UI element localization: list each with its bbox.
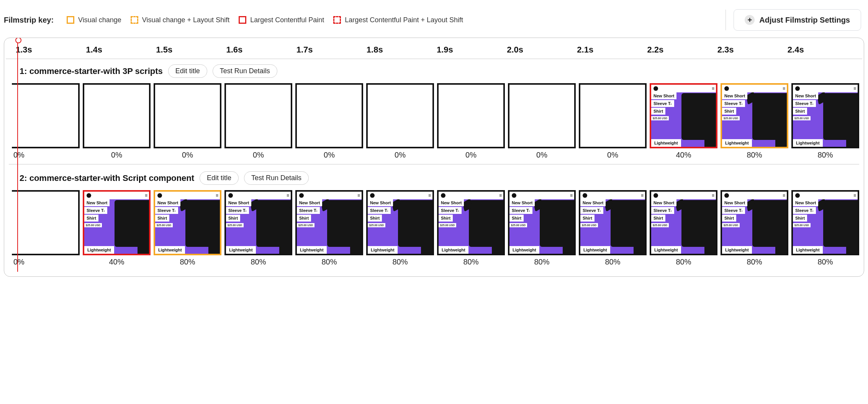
run-header: 2: commerce-starter-with Script componen… — [4, 166, 864, 190]
menu-icon: ≡ — [499, 193, 501, 198]
filmstrip-thumbnail[interactable]: ≡New ShortSleeve T-Shirt$25.00 USDLightw… — [650, 190, 717, 255]
thumb-tag: Lightweight — [793, 139, 823, 147]
thumb-tag: Lightweight — [84, 246, 114, 254]
thumb-body: New ShortSleeve T-Shirt$25.00 USDLightwe… — [580, 199, 645, 254]
tshirt-image — [823, 200, 858, 247]
tshirt-image — [823, 93, 858, 140]
filmstrip-thumbnail[interactable] — [12, 83, 80, 148]
thumb-title: New ShortSleeve T-Shirt — [651, 199, 676, 222]
menu-icon: ≡ — [853, 86, 855, 91]
thumb-tag: Lightweight — [793, 246, 823, 254]
thumb-tag: Lightweight — [651, 246, 681, 254]
thumb-title: New ShortSleeve T-Shirt — [793, 199, 818, 222]
thumb-body: New ShortSleeve T-Shirt$25.00 USDLightwe… — [226, 199, 291, 254]
logo-icon — [228, 193, 233, 198]
tshirt-image — [681, 93, 716, 140]
run-title: 1: commerce-starter-with 3P scripts — [20, 66, 163, 76]
filmstrip-thumbnail[interactable] — [579, 83, 647, 148]
filmstrip-thumbnail[interactable] — [83, 83, 151, 148]
key-lcp-shift-text: Largest Contentful Paint + Layout Shift — [345, 16, 463, 24]
thumb-tag: Lightweight — [651, 139, 681, 147]
filmstrip-thumbnail[interactable] — [224, 83, 292, 148]
corner-block — [563, 246, 574, 254]
thumb-body: New ShortSleeve T-Shirt$25.00 USDLightwe… — [439, 199, 503, 254]
thumb-tag: Lightweight — [509, 246, 539, 254]
edit-title-button[interactable]: Edit title — [200, 171, 239, 185]
time-tick: 2.2s — [647, 45, 717, 55]
filmstrip-thumbnail[interactable]: ≡New ShortSleeve T-Shirt$25.00 USDLightw… — [650, 83, 717, 148]
filmstrip-thumbnail[interactable]: ≡New ShortSleeve T-Shirt$25.00 USDLightw… — [508, 190, 576, 255]
thumb-content: ≡New ShortSleeve T-Shirt$25.00 USDLightw… — [155, 192, 220, 254]
topbar-divider — [726, 10, 726, 30]
filmstrip-thumbnail[interactable] — [508, 83, 576, 148]
filmstrip-thumbnail[interactable] — [295, 83, 363, 148]
menu-icon: ≡ — [357, 193, 359, 198]
tshirt-image — [327, 200, 362, 247]
frame-column: 0% — [579, 83, 647, 159]
frame-percent: 80% — [508, 255, 576, 266]
test-run-details-button[interactable]: Test Run Details — [244, 171, 309, 185]
run-title: 2: commerce-starter-with Script componen… — [20, 173, 194, 183]
frame-column: ≡New ShortSleeve T-Shirt$25.00 USDLightw… — [508, 190, 576, 266]
corner-block — [846, 139, 858, 147]
thumb-body: New ShortSleeve T-Shirt$25.00 USDLightwe… — [368, 199, 432, 254]
frame-column: ≡New ShortSleeve T-Shirt$25.00 USDLightw… — [83, 190, 151, 266]
frame-percent: 80% — [791, 148, 859, 159]
thumb-content: ≡New ShortSleeve T-Shirt$25.00 USDLightw… — [226, 192, 291, 254]
filmstrip-panel: 1.3s1.4s1.5s1.6s1.7s1.8s1.9s2.0s2.1s2.2s… — [4, 38, 864, 277]
frame-percent: 0% — [12, 255, 80, 266]
thumb-price: $25.00 USD — [439, 223, 456, 227]
thumb-title: New ShortSleeve T-Shirt — [297, 199, 322, 222]
frame-percent: 80% — [579, 255, 647, 266]
filmstrip-thumbnail[interactable]: ≡New ShortSleeve T-Shirt$25.00 USDLightw… — [791, 190, 859, 255]
thumb-body: New ShortSleeve T-Shirt$25.00 USDLightwe… — [509, 199, 574, 254]
menu-icon: ≡ — [712, 193, 714, 198]
thumb-header: ≡ — [651, 192, 716, 199]
filmstrip-thumbnail[interactable]: ≡New ShortSleeve T-Shirt$25.00 USDLightw… — [224, 190, 292, 255]
frame-percent: 80% — [224, 255, 292, 266]
thumb-price: $25.00 USD — [84, 223, 102, 227]
filmstrip-thumbnail[interactable]: ≡New ShortSleeve T-Shirt$25.00 USDLightw… — [366, 190, 434, 255]
filmstrip-thumbnail[interactable]: ≡New ShortSleeve T-Shirt$25.00 USDLightw… — [721, 190, 788, 255]
adjust-filmstrip-settings-button[interactable]: + Adjust Filmstrip Settings — [734, 9, 861, 31]
thumb-title: New ShortSleeve T-Shirt — [439, 199, 464, 222]
thumb-header: ≡ — [155, 192, 220, 199]
menu-icon: ≡ — [853, 193, 855, 198]
filmstrip-thumbnail[interactable] — [12, 190, 80, 255]
menu-icon: ≡ — [712, 86, 714, 91]
filmstrip-thumbnail[interactable]: ≡New ShortSleeve T-Shirt$25.00 USDLightw… — [721, 83, 788, 148]
time-tick: 1.5s — [156, 45, 226, 55]
filmstrip-thumbnail[interactable]: ≡New ShortSleeve T-Shirt$25.00 USDLightw… — [791, 83, 859, 148]
thumb-header: ≡ — [84, 192, 149, 199]
playhead-marker[interactable] — [17, 39, 18, 272]
menu-icon: ≡ — [641, 193, 643, 198]
frame-column: ≡New ShortSleeve T-Shirt$25.00 USDLightw… — [721, 190, 788, 266]
filmstrip-thumbnail[interactable]: ≡New ShortSleeve T-Shirt$25.00 USDLightw… — [83, 190, 151, 255]
frames-row: 0%≡New ShortSleeve T-Shirt$25.00 USDLigh… — [4, 190, 864, 269]
filmstrip-thumbnail[interactable]: ≡New ShortSleeve T-Shirt$25.00 USDLightw… — [295, 190, 363, 255]
filmstrip-thumbnail[interactable]: ≡New ShortSleeve T-Shirt$25.00 USDLightw… — [437, 190, 505, 255]
frame-percent: 80% — [437, 255, 505, 266]
tshirt-image — [681, 200, 716, 247]
swatch-visual-shift-icon — [131, 16, 138, 24]
filmstrip-thumbnail[interactable]: ≡New ShortSleeve T-Shirt$25.00 USDLightw… — [579, 190, 647, 255]
thumb-content: ≡New ShortSleeve T-Shirt$25.00 USDLightw… — [297, 192, 362, 254]
filmstrip-thumbnail[interactable] — [366, 83, 434, 148]
thumb-tag: Lightweight — [368, 246, 398, 254]
tshirt-image — [752, 93, 787, 140]
frame-percent: 0% — [224, 148, 292, 159]
frame-percent: 40% — [83, 255, 151, 266]
menu-icon: ≡ — [428, 193, 430, 198]
edit-title-button[interactable]: Edit title — [168, 64, 207, 78]
test-run-details-button[interactable]: Test Run Details — [213, 64, 277, 78]
time-tick: 1.9s — [437, 45, 507, 55]
thumb-body: New ShortSleeve T-Shirt$25.00 USDLightwe… — [793, 92, 858, 147]
thumb-content: ≡New ShortSleeve T-Shirt$25.00 USDLightw… — [580, 192, 645, 254]
run-header: 1: commerce-starter-with 3P scriptsEdit … — [4, 59, 864, 83]
filmstrip-thumbnail[interactable]: ≡New ShortSleeve T-Shirt$25.00 USDLightw… — [154, 190, 221, 255]
filmstrip-thumbnail[interactable] — [154, 83, 221, 148]
filmstrip-thumbnail[interactable] — [437, 83, 505, 148]
tshirt-image — [115, 200, 149, 247]
key-lcp: Largest Contentful Paint — [239, 16, 324, 24]
frame-percent: 80% — [295, 255, 363, 266]
